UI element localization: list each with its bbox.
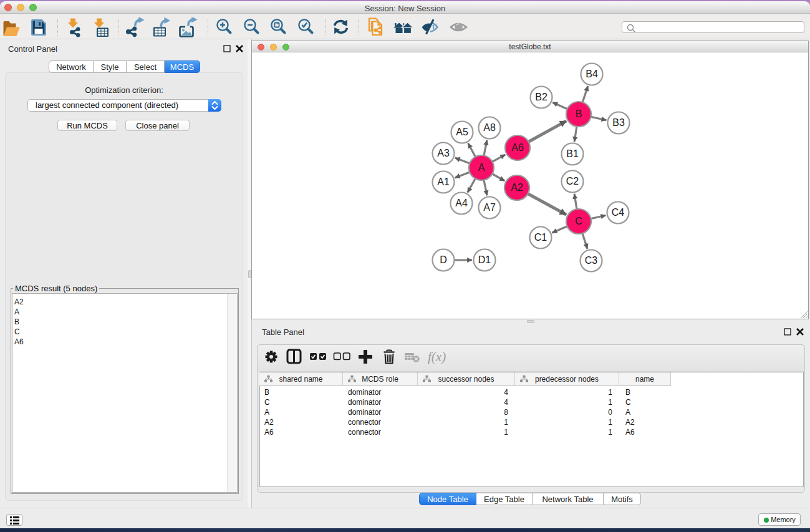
svg-text:B3: B3	[612, 117, 625, 128]
svg-text:C: C	[575, 216, 582, 226]
svg-text:A: A	[478, 162, 485, 173]
svg-text:D: D	[440, 254, 447, 265]
svg-text:C1: C1	[534, 232, 547, 243]
svg-text:A5: A5	[456, 127, 468, 137]
svg-text:B2: B2	[535, 92, 547, 102]
svg-text:A8: A8	[483, 122, 496, 133]
svg-text:B4: B4	[586, 69, 598, 79]
svg-text:A6: A6	[511, 142, 524, 153]
svg-text:C4: C4	[612, 207, 625, 218]
svg-text:A2: A2	[511, 182, 523, 193]
svg-text:A3: A3	[437, 148, 450, 158]
svg-text:D1: D1	[478, 254, 491, 265]
svg-text:C3: C3	[585, 255, 598, 266]
svg-text:B: B	[576, 109, 582, 119]
svg-text:A4: A4	[455, 198, 468, 208]
svg-text:A1: A1	[437, 177, 450, 187]
svg-text:C2: C2	[566, 176, 579, 186]
svg-text:B1: B1	[566, 148, 579, 159]
svg-text:A7: A7	[483, 202, 496, 213]
